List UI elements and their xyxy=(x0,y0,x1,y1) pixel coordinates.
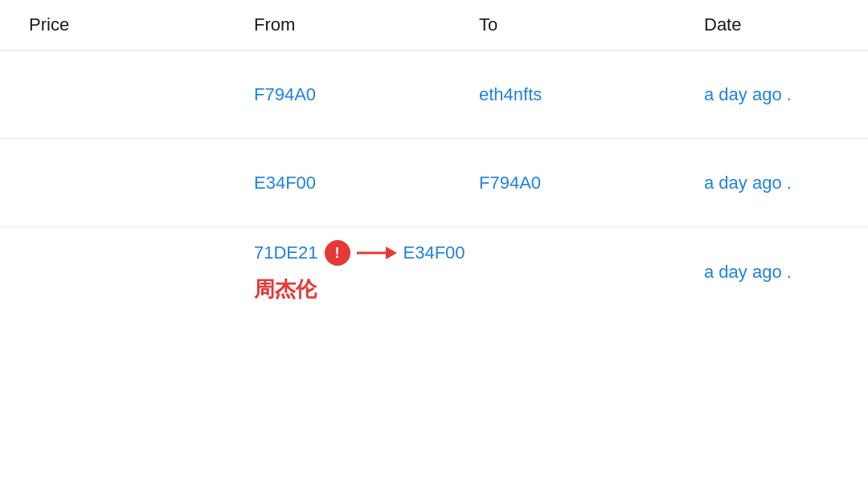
cell-from-1[interactable]: F794A0 xyxy=(241,71,466,118)
table-row: F794A0 eth4nfts a day ago . xyxy=(0,51,868,139)
header-price: Price xyxy=(16,0,241,50)
cell-date-3: a day ago . xyxy=(691,249,868,295)
cell-price-1 xyxy=(16,82,241,108)
cell-to-2[interactable]: F794A0 xyxy=(466,160,691,206)
cell-from-2[interactable]: E34F00 xyxy=(241,160,466,206)
cell-price-3 xyxy=(16,259,241,285)
header-date: Date xyxy=(691,0,868,50)
cell-to-3 xyxy=(466,259,691,285)
cell-from-3: 71DE21 ! E34F00 周杰伦 xyxy=(241,227,466,316)
chinese-label: 周杰伦 xyxy=(254,275,317,304)
from-address-3[interactable]: 71DE21 xyxy=(254,242,318,263)
arrow-icon xyxy=(357,245,397,261)
cell-to-1[interactable]: eth4nfts xyxy=(466,71,691,118)
cell-date-2: a day ago . xyxy=(691,160,868,206)
transaction-table: Price From To Date F794A0 eth4nfts a day… xyxy=(0,0,868,493)
table-row: 71DE21 ! E34F00 周杰伦 a day ago . xyxy=(0,227,868,316)
cell-date-1: a day ago . xyxy=(691,71,868,118)
header-from: From xyxy=(241,0,466,50)
table-row: E34F00 F794A0 a day ago . xyxy=(0,139,868,227)
header-to: To xyxy=(466,0,691,50)
warning-icon: ! xyxy=(325,240,350,266)
to-address-inline[interactable]: E34F00 xyxy=(403,242,465,263)
cell-price-2 xyxy=(16,170,241,196)
table-header: Price From To Date xyxy=(0,0,868,51)
